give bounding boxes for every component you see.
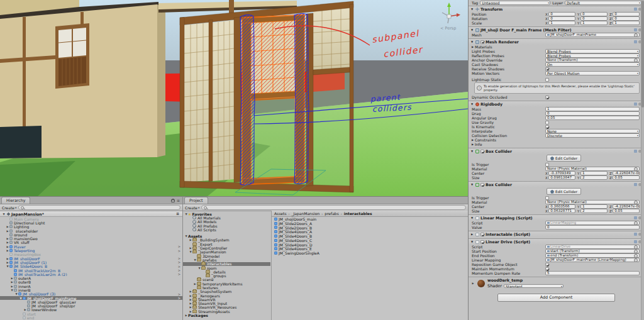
object-picker-icon[interactable] — [634, 201, 638, 204]
prefab-open-arrow[interactable]: > — [178, 292, 180, 296]
inspector-scrollbar[interactable] — [641, 0, 644, 320]
vector-field-y[interactable]: 1 — [580, 171, 608, 175]
material-preview-bar[interactable]: ▶ woodDark_temp Shader Standard — [469, 277, 644, 289]
breadcrumb-segment-prefabs[interactable]: prefabs — [325, 211, 339, 216]
project-search-input[interactable] — [201, 205, 466, 211]
object-picker-icon[interactable] — [634, 58, 638, 62]
gizmo-cube[interactable] — [447, 14, 451, 18]
object-field[interactable]: end (Transform) — [545, 253, 640, 258]
checkbox[interactable] — [545, 263, 549, 267]
checkbox[interactable] — [545, 78, 549, 82]
dropdown-field[interactable]: Per Object Motion — [545, 71, 640, 75]
foldout-arrow[interactable]: ▼ — [471, 102, 474, 106]
help-book-icon[interactable] — [634, 102, 637, 106]
component-enabled-checkbox[interactable] — [480, 150, 484, 153]
help-book-icon[interactable] — [634, 40, 637, 43]
vector-field-x[interactable]: 0 — [548, 16, 575, 21]
checkbox[interactable] — [545, 96, 549, 99]
vector-field-y[interactable]: 0 — [580, 12, 608, 16]
component-header-linear-mapping[interactable]: ▼Linear Mapping (Script) — [469, 215, 644, 221]
foldout-arrow[interactable]: ▼ — [471, 183, 474, 186]
layer-dropdown[interactable]: Default — [565, 1, 641, 5]
checkbox[interactable] — [545, 267, 549, 271]
foldout-arrow[interactable]: ▶ — [471, 233, 474, 236]
component-enabled-checkbox[interactable] — [480, 183, 484, 187]
object-field[interactable]: None (Transform) — [545, 58, 640, 62]
shader-dropdown[interactable]: Standard — [504, 284, 564, 289]
breadcrumb-segment-interactables[interactable]: interactables — [344, 211, 372, 216]
prefab-open-arrow[interactable]: > — [178, 249, 180, 253]
object-field[interactable]: start (Transform) — [545, 249, 640, 253]
checkbox[interactable] — [545, 163, 549, 167]
object-picker-icon[interactable] — [634, 250, 638, 253]
object-picker-icon[interactable] — [634, 245, 638, 249]
prefab-open-arrow[interactable]: > — [178, 268, 180, 272]
scene-view[interactable]: subpanel collider parent colliders — [0, 0, 468, 196]
vector-field-z[interactable]: 0.05 — [613, 209, 640, 213]
vector-field-x[interactable]: -0.3709349 — [548, 171, 575, 175]
prefab-open-arrow[interactable]: > — [178, 272, 180, 276]
lock-icon[interactable] — [171, 199, 175, 202]
foldout-arrow[interactable]: ▶ — [471, 282, 475, 285]
dropdown-field[interactable]: On — [545, 62, 640, 67]
vector-field-x[interactable]: 0.06328771 — [548, 209, 575, 213]
add-component-button[interactable]: Add Component — [497, 294, 615, 302]
vector-field-x[interactable]: 1 — [548, 21, 575, 25]
project-folder-packages[interactable]: ▶Packages — [183, 313, 270, 317]
hierarchy-search-input[interactable] — [18, 205, 180, 211]
object-picker-icon[interactable] — [634, 254, 638, 258]
project-file-jm-swingdoorsinglea[interactable]: JM_SwingDoorSingleA — [272, 251, 468, 255]
foldout-arrow[interactable]: ▼ — [471, 8, 474, 11]
component-enabled-checkbox[interactable] — [480, 40, 484, 44]
scene-header-row[interactable]: ▼ JapanMansion* ≡ — [0, 211, 182, 217]
dropdown-field[interactable]: Blend Probes — [545, 53, 640, 58]
vector-field-z[interactable]: -4.226047e-08 — [613, 204, 640, 209]
object-field[interactable]: None (Physic Material) — [545, 200, 640, 204]
vector-field-x[interactable]: 0 — [548, 12, 575, 16]
object-field[interactable]: LinearDrive — [545, 245, 640, 249]
vector-field-y[interactable]: 0 — [580, 16, 608, 21]
component-enabled-checkbox[interactable] — [480, 240, 484, 244]
hierarchy-item-end[interactable]: end — [0, 316, 182, 319]
value-field[interactable]: 5 — [545, 271, 640, 275]
prefab-open-arrow[interactable]: > — [178, 265, 180, 268]
help-book-icon[interactable] — [634, 150, 637, 153]
object-field[interactable]: JM_shojiDoorF_mainFrame — [545, 33, 640, 37]
component-header-box-collider-2[interactable]: ▼Box Collider — [469, 182, 644, 187]
component-header-mesh-renderer[interactable]: ▼Mesh Renderer — [469, 39, 644, 45]
object-field[interactable]: JM_shojiDoorF_mainFrame (LinearMapping) — [545, 258, 640, 262]
project-create-button[interactable]: Create▾ — [185, 206, 199, 210]
vector-field-z[interactable]: -4.226047e-08 — [613, 171, 640, 175]
value-field[interactable]: 1 — [545, 107, 640, 111]
help-book-icon[interactable] — [634, 216, 637, 219]
object-picker-icon[interactable] — [634, 221, 638, 225]
edit-collider-button[interactable]: Edit Collider — [547, 155, 581, 162]
foldout-arrow[interactable]: ▼ — [471, 40, 474, 43]
breadcrumb-segment-japanmansion[interactable]: _JapanMansion — [292, 211, 320, 216]
vector-field-x[interactable]: 0.09813847 — [548, 175, 575, 180]
scene-options-icon[interactable]: ≡ — [176, 212, 179, 216]
help-book-icon[interactable] — [634, 183, 637, 186]
component-header-transform[interactable]: ▼Transform — [469, 6, 644, 12]
vector-field-y[interactable]: 1 — [580, 21, 608, 25]
checkbox[interactable] — [545, 196, 549, 200]
object-picker-icon[interactable] — [634, 33, 638, 37]
panel-menu-icon[interactable]: ≡ — [177, 199, 180, 202]
help-book-icon[interactable] — [634, 240, 637, 243]
vector-field-z[interactable]: 0 — [613, 16, 640, 21]
checkbox[interactable] — [545, 67, 549, 71]
foldout-arrow[interactable]: ▼ — [471, 150, 474, 153]
foldout-arrow[interactable]: ▼ — [2, 212, 6, 216]
value-field[interactable]: 0 — [545, 225, 640, 229]
tab-hierarchy[interactable]: Hierarchy — [1, 197, 30, 204]
prefab-open-arrow[interactable]: > — [178, 296, 180, 300]
dropdown-field[interactable]: Blend Probes — [545, 49, 640, 53]
tab-project[interactable]: Project — [184, 197, 208, 204]
vector-field-x[interactable]: 0.3603566 — [548, 204, 575, 209]
edit-collider-button[interactable]: Edit Collider — [547, 188, 581, 195]
help-book-icon[interactable] — [634, 233, 637, 236]
vector-field-y[interactable]: 2 — [580, 175, 608, 180]
help-book-icon[interactable] — [634, 8, 637, 11]
object-picker-icon[interactable] — [634, 167, 638, 171]
component-header-box-collider-1[interactable]: ▼Box Collider — [469, 148, 644, 154]
